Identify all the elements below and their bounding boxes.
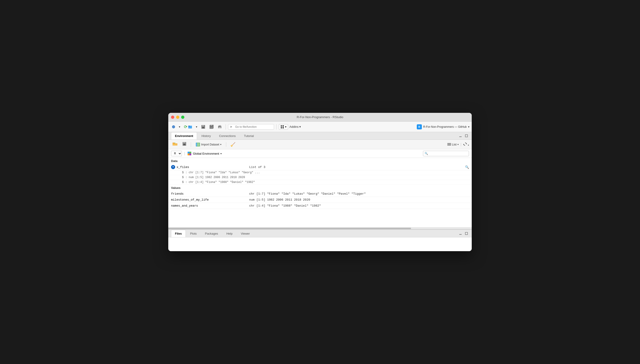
tab-files[interactable]: Files <box>171 230 186 237</box>
save-all-button[interactable] <box>208 124 215 130</box>
clear-env-button[interactable]: 🧹 <box>229 141 237 148</box>
minimize-icon <box>459 134 462 138</box>
project-icon <box>188 125 192 129</box>
addins-button[interactable]: Addins ▾ <box>289 125 301 128</box>
svg-rect-18 <box>459 136 462 137</box>
names-years-value: chr [1:4] "Fiona" "1988" "Daniel" "1982" <box>249 204 469 208</box>
tab-plots[interactable]: Plots <box>186 230 201 237</box>
addins-label: Addins <box>289 125 299 128</box>
minimize-files-button[interactable] <box>458 232 463 236</box>
dropdown-arrow-icon: ▾ <box>179 125 180 128</box>
open-folder-button[interactable] <box>171 141 179 148</box>
env-empty-space <box>168 209 472 227</box>
goto-input[interactable] <box>228 124 274 130</box>
svg-rect-38 <box>189 154 191 155</box>
main-content: Environment History Connections Tutorial <box>168 132 472 251</box>
layout-icon <box>280 125 284 129</box>
env-scrollbar-thumb <box>168 228 411 229</box>
toolbar-separator-2 <box>276 124 277 130</box>
env-search-icon: 🔍 <box>425 152 428 155</box>
milestones-name: milestones_of_my_life <box>171 198 249 202</box>
layout-button[interactable]: ▾ <box>279 124 288 130</box>
github-icon: R <box>417 124 422 130</box>
tab-connections[interactable]: Connections <box>215 132 240 140</box>
global-env-label: Global Environment <box>193 152 219 155</box>
github-button[interactable]: R R-For-Non-Programmers — GitHub ▾ <box>417 124 469 130</box>
import-dataset-label: Import Dataset <box>201 143 219 146</box>
maximize-env-button[interactable] <box>464 134 469 138</box>
names-years-row[interactable]: names_and_years chr [1:4] "Fiona" "1988"… <box>168 203 472 209</box>
values-section-header: Values <box>168 185 472 191</box>
open-project-dropdown[interactable]: ▾ <box>195 124 198 129</box>
save-button[interactable] <box>200 124 207 130</box>
tab-help[interactable]: Help <box>223 230 237 237</box>
open-project-button[interactable]: ⟳ <box>183 124 193 130</box>
maximize-files-icon <box>465 232 468 235</box>
x-files-value: List of 3 <box>249 166 465 169</box>
tab-viewer[interactable]: Viewer <box>237 230 254 237</box>
friends-value: chr [1:7] "Fiona" "Ida" "Lukas" "Georg" … <box>249 192 469 196</box>
main-toolbar: ⊕ ▾ ⟳ ▾ <box>168 122 472 132</box>
env-filter-row: R | Global Environment ▾ 🔍 <box>168 149 472 158</box>
maximize-files-button[interactable] <box>464 232 469 236</box>
env-scrollbar[interactable] <box>168 227 472 229</box>
svg-rect-29 <box>196 144 197 144</box>
global-env-icon <box>187 152 192 156</box>
svg-rect-9 <box>210 126 213 128</box>
maximize-icon <box>465 134 468 138</box>
addins-dropdown-icon: ▾ <box>299 125 301 128</box>
svg-rect-17 <box>283 127 284 128</box>
titlebar: R-For-Non-Programmers - RStudio <box>168 113 472 122</box>
svg-rect-30 <box>196 144 197 145</box>
filter-separator: | <box>184 152 185 156</box>
minimize-button[interactable] <box>176 116 179 119</box>
env-toolbar-right: List ▾ | ▾ <box>447 142 469 146</box>
minimize-env-button[interactable] <box>458 134 463 138</box>
close-button[interactable] <box>171 116 174 119</box>
new-file-button[interactable]: ⊕ <box>171 124 176 130</box>
files-content-area <box>168 238 472 251</box>
milestones-row[interactable]: milestones_of_my_life num [1:5] 1982 200… <box>168 197 472 203</box>
svg-rect-8 <box>211 125 212 126</box>
data-section-header: Data <box>168 158 472 164</box>
friends-row[interactable]: friends chr [1:7] "Fiona" "Ida" "Lukas" … <box>168 191 472 197</box>
files-panel: Files Plots Packages Help Viewer <box>168 230 472 251</box>
env-toolbar-sep <box>191 142 191 147</box>
svg-rect-33 <box>447 144 451 144</box>
tab-tutorial[interactable]: Tutorial <box>240 132 258 140</box>
env-search-box: 🔍 <box>423 151 469 156</box>
tab-packages[interactable]: Packages <box>201 230 222 237</box>
svg-rect-31 <box>196 145 197 146</box>
window-controls <box>171 116 184 119</box>
svg-rect-36 <box>189 152 191 154</box>
files-panel-tabs: Files Plots Packages Help Viewer <box>168 230 472 238</box>
env-search-input[interactable] <box>423 151 469 156</box>
env-panel-tabs: Environment History Connections Tutorial <box>168 132 472 140</box>
r-language-selector[interactable]: R <box>171 151 182 156</box>
list-view-button[interactable]: List ▾ <box>447 143 459 146</box>
list-caret: ▾ <box>457 143 459 146</box>
github-dropdown-icon: ▾ <box>468 125 469 128</box>
open-folder-icon <box>172 142 178 146</box>
maximize-button[interactable] <box>181 116 184 119</box>
x-files-search-icon[interactable]: 🔍 <box>465 165 469 169</box>
environment-panel: Environment History Connections Tutorial <box>168 132 472 230</box>
tab-environment[interactable]: Environment <box>171 132 197 140</box>
layout-dropdown-icon: ▾ <box>285 125 286 128</box>
svg-rect-21 <box>183 142 185 143</box>
svg-rect-13 <box>221 126 221 127</box>
import-dataset-button[interactable]: Import Dataset ▾ <box>194 142 223 147</box>
new-file-dropdown[interactable]: ▾ <box>178 124 181 129</box>
svg-rect-37 <box>188 154 189 155</box>
x-files-row[interactable]: ▼ x_files List of 3 🔍 <box>168 164 472 170</box>
refresh-caret: ▾ <box>468 144 469 146</box>
print-button[interactable] <box>216 124 223 130</box>
svg-rect-12 <box>219 127 221 129</box>
tab-history[interactable]: History <box>198 132 215 140</box>
toolbar-separator-3: | <box>460 142 461 146</box>
env-data: Data ▼ x_files List of 3 🔍 $ : chr [1:7]… <box>168 158 472 227</box>
refresh-env-button[interactable]: ▾ <box>463 142 469 146</box>
save-env-button[interactable] <box>181 141 188 148</box>
svg-rect-11 <box>219 125 221 126</box>
global-env-selector[interactable]: Global Environment ▾ <box>187 152 222 156</box>
